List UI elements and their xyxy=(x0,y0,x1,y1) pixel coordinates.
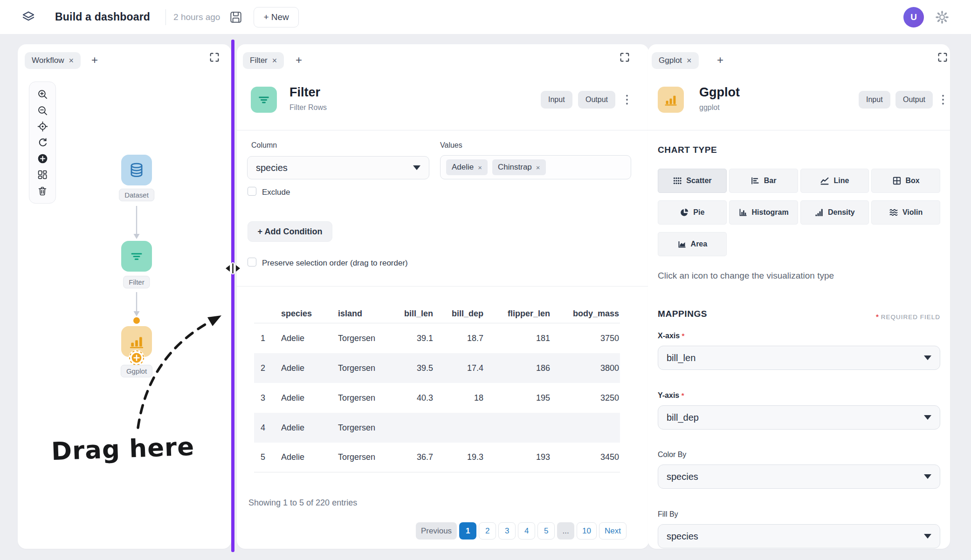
input-button[interactable]: Input xyxy=(541,91,572,109)
values-multiselect[interactable]: Adelie × Chinstrap × xyxy=(440,155,631,179)
close-icon[interactable]: × xyxy=(687,56,692,65)
panel-resize-divider[interactable] xyxy=(231,40,234,552)
resize-handle[interactable] xyxy=(225,261,241,275)
pagination-page[interactable]: 2 xyxy=(479,522,496,540)
resize-left-arrow-icon xyxy=(226,265,230,272)
x-axis-value: bill_len xyxy=(667,353,696,363)
app-window: Build a dashboard 2 hours ago + New U xyxy=(0,0,971,560)
refresh-icon[interactable] xyxy=(33,136,52,149)
remove-value-icon[interactable]: × xyxy=(478,164,482,171)
save-button[interactable] xyxy=(228,9,244,25)
bar-chart-icon xyxy=(128,333,145,350)
pagination-page[interactable]: 10 xyxy=(577,522,597,540)
fill-by-select[interactable]: species xyxy=(658,524,940,548)
chart-type-scatter[interactable]: Scatter xyxy=(658,169,727,193)
bar-horizontal-icon xyxy=(751,176,760,185)
column-header[interactable]: flipper_len xyxy=(484,309,551,319)
table-row[interactable]: 3 Adelie Torgersen 40.3 18 195 3250 xyxy=(254,383,620,413)
table-row[interactable]: 5 Adelie Torgersen 36.7 19.3 193 3450 xyxy=(254,443,620,472)
add-node-icon[interactable] xyxy=(33,152,52,165)
close-icon[interactable]: × xyxy=(272,56,277,65)
add-tab-button[interactable]: + xyxy=(717,55,723,66)
color-by-select[interactable]: species xyxy=(658,464,940,489)
node-label-ggplot: Ggplot xyxy=(121,365,152,377)
fullscreen-icon[interactable] xyxy=(210,52,220,62)
avatar[interactable]: U xyxy=(903,7,924,27)
tab-workflow[interactable]: Workflow × xyxy=(25,52,81,69)
fullscreen-icon[interactable] xyxy=(938,52,948,62)
chart-type-area[interactable]: Area xyxy=(658,232,727,256)
tab-filter[interactable]: Filter × xyxy=(243,52,284,69)
chart-type-label: Line xyxy=(833,177,849,185)
exclude-checkbox[interactable] xyxy=(248,187,256,196)
add-tab-button[interactable]: + xyxy=(91,55,98,66)
gear-icon xyxy=(935,10,949,24)
color-by-value: species xyxy=(667,471,698,482)
table-row[interactable]: 1 Adelie Torgersen 39.1 18.7 181 3750 xyxy=(254,323,620,353)
column-header[interactable]: species xyxy=(272,309,329,319)
table-row[interactable]: 2 Adelie Torgersen 39.5 17.4 186 3800 xyxy=(254,353,620,383)
value-chip-label: Adelie xyxy=(452,163,474,172)
x-axis-select[interactable]: bill_len xyxy=(658,346,940,370)
chart-type-pie[interactable]: Pie xyxy=(658,200,727,225)
settings-button[interactable] xyxy=(934,9,950,25)
column-select[interactable]: species xyxy=(247,156,429,179)
asterisk-icon: * xyxy=(876,313,879,321)
output-button[interactable]: Output xyxy=(895,91,933,109)
chevron-down-icon xyxy=(924,534,931,539)
output-button[interactable]: Output xyxy=(578,91,615,109)
chart-type-histogram[interactable]: Histogram xyxy=(729,200,798,225)
column-header[interactable]: bill_len xyxy=(399,309,434,319)
remove-value-icon[interactable]: × xyxy=(536,164,540,171)
chart-type-label: Bar xyxy=(764,177,777,185)
pagination-page[interactable]: 3 xyxy=(498,522,516,540)
pagination-page[interactable]: 1 xyxy=(459,522,476,540)
chart-type-line[interactable]: Line xyxy=(800,169,869,193)
add-tab-button[interactable]: + xyxy=(296,55,302,66)
divider-line xyxy=(237,130,649,130)
chart-type-violin[interactable]: Violin xyxy=(871,200,940,225)
add-condition-button[interactable]: + Add Condition xyxy=(248,221,332,242)
column-label: Column xyxy=(251,141,277,150)
locate-center-icon[interactable] xyxy=(33,120,52,133)
chart-type-box[interactable]: Box xyxy=(871,169,940,193)
node-input-port xyxy=(133,317,140,324)
pagination-page[interactable]: 4 xyxy=(518,522,535,540)
chart-type-heading: CHART TYPE xyxy=(658,145,717,155)
zoom-in-icon[interactable] xyxy=(33,88,52,101)
preserve-order-checkbox[interactable] xyxy=(248,258,256,266)
column-header[interactable]: body_mass xyxy=(551,309,620,319)
column-header[interactable]: island xyxy=(329,309,399,319)
node-label-dataset: Dataset xyxy=(119,189,154,201)
table-row[interactable]: 4 Adelie Torgersen xyxy=(254,413,620,443)
trash-icon[interactable] xyxy=(33,184,52,198)
workflow-node-filter[interactable] xyxy=(121,241,152,272)
pagination-page[interactable]: 5 xyxy=(537,522,555,540)
chart-type-density[interactable]: Density xyxy=(800,200,869,225)
new-button[interactable]: + New xyxy=(254,7,298,27)
chevron-down-icon xyxy=(924,474,931,479)
chart-type-bar[interactable]: Bar xyxy=(729,169,798,193)
workflow-panel: Workflow × + xyxy=(18,44,231,549)
scatter-icon xyxy=(673,176,682,185)
column-header[interactable]: bill_dep xyxy=(434,309,484,319)
tab-ggplot[interactable]: Ggplot × xyxy=(652,52,699,69)
close-icon[interactable]: × xyxy=(69,56,74,65)
more-options-icon[interactable] xyxy=(942,94,950,106)
canvas-toolbar xyxy=(29,82,56,204)
layout-grid-icon[interactable] xyxy=(33,168,52,181)
fullscreen-icon[interactable] xyxy=(620,52,630,62)
chart-type-label: Area xyxy=(691,240,708,248)
drag-here-annotation: Drag here xyxy=(51,432,195,466)
zoom-out-icon[interactable] xyxy=(33,104,52,117)
y-axis-select[interactable]: bill_dep xyxy=(658,405,940,430)
more-options-icon[interactable] xyxy=(626,94,635,106)
pagination-next[interactable]: Next xyxy=(599,522,627,540)
add-output-badge[interactable] xyxy=(127,348,146,367)
pagination-previous[interactable]: Previous xyxy=(416,522,457,540)
workflow-node-dataset[interactable] xyxy=(121,155,152,185)
value-chip: Adelie × xyxy=(446,159,488,175)
node-label-filter: Filter xyxy=(123,276,150,288)
input-button[interactable]: Input xyxy=(859,91,890,109)
chart-type-label: Pie xyxy=(693,208,704,217)
